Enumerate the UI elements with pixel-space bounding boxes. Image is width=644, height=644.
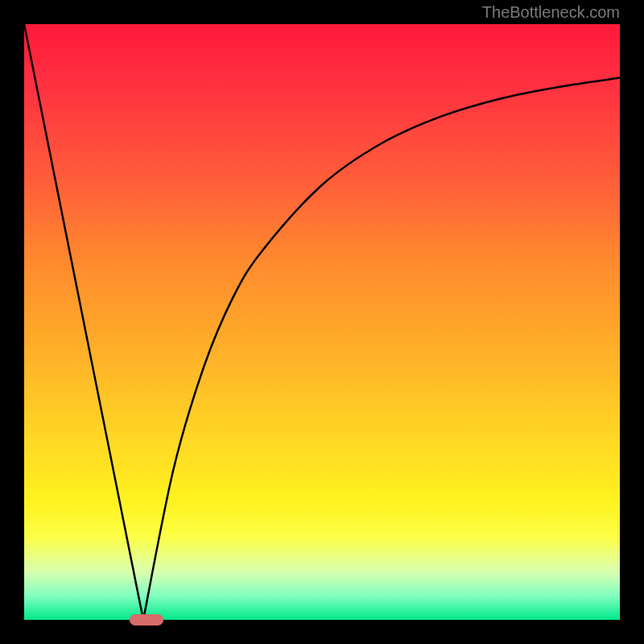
optimum-marker [130, 614, 163, 625]
bottleneck-curve [24, 24, 620, 620]
watermark-text: TheBottleneck.com [482, 3, 620, 22]
chart-frame: TheBottleneck.com [0, 0, 644, 644]
plot-area [24, 24, 620, 620]
curve-svg [24, 24, 620, 620]
